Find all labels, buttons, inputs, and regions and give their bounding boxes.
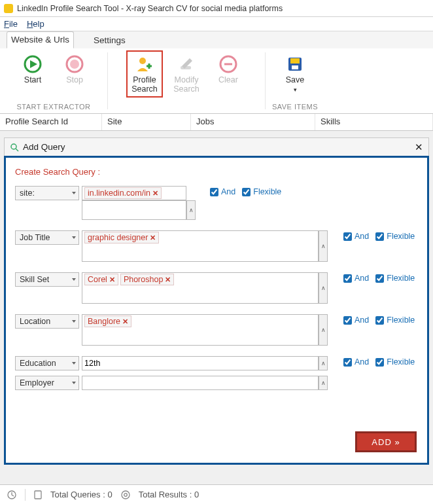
svg-rect-17 xyxy=(35,491,41,499)
education-flexible-checkbox[interactable]: Flexible xyxy=(375,357,415,367)
chip-remove-icon[interactable]: ✕ xyxy=(152,189,158,198)
history-icon xyxy=(7,490,17,500)
site-dropdown[interactable]: site: xyxy=(15,186,79,200)
education-dropdown[interactable]: Education xyxy=(15,356,79,370)
status-queries: Total Queries : 0 xyxy=(50,490,113,499)
dialog-titlebar: Add Query ✕ xyxy=(4,137,429,156)
save-button[interactable]: Save▾ xyxy=(280,54,310,94)
stop-icon xyxy=(64,54,85,75)
employer-input[interactable] xyxy=(84,377,316,389)
chip-remove-icon[interactable]: ✕ xyxy=(109,276,115,284)
tab-website-urls[interactable]: Website & Urls xyxy=(7,31,74,48)
employer-spinner[interactable]: ∧ xyxy=(319,376,328,390)
skill-chip-1[interactable]: Corel✕ xyxy=(84,274,118,285)
chip-remove-icon[interactable]: ✕ xyxy=(165,276,171,284)
jobtitle-chipbox[interactable]: graphic designer✕ xyxy=(82,230,319,262)
svg-point-19 xyxy=(124,493,127,496)
education-spinner[interactable]: ∧ xyxy=(319,356,328,370)
svg-rect-13 xyxy=(292,65,298,69)
profile-search-button[interactable]: Profile Search xyxy=(130,54,160,94)
location-spinner[interactable]: ∧ xyxy=(319,314,328,346)
stop-label: Stop xyxy=(66,76,83,85)
svg-point-18 xyxy=(122,491,130,499)
at-icon xyxy=(120,490,131,500)
jobtitle-flexible-checkbox[interactable]: Flexible xyxy=(375,232,415,241)
start-label: Start xyxy=(24,76,41,85)
window-title: LinkedIn Profile Search Tool - X-ray Sea… xyxy=(17,4,283,13)
save-label: Save▾ xyxy=(286,76,305,94)
clear-label: Clear xyxy=(218,76,238,85)
titlebar: LinkedIn Profile Search Tool - X-ray Sea… xyxy=(0,0,433,17)
jobtitle-and-checkbox[interactable]: And xyxy=(343,232,369,241)
person-plus-icon xyxy=(134,54,155,75)
search-icon xyxy=(10,143,19,152)
skillset-dropdown[interactable]: Skill Set xyxy=(15,272,79,287)
svg-point-14 xyxy=(11,144,16,149)
app-icon xyxy=(4,4,13,13)
dialog-title: Add Query xyxy=(23,142,65,152)
save-icon xyxy=(285,54,305,75)
svg-rect-12 xyxy=(290,58,300,63)
ribbon-group-save-label: SAVE ITEMS xyxy=(271,102,319,112)
start-button[interactable]: Start xyxy=(18,54,48,85)
play-icon xyxy=(22,54,43,75)
col-jobs[interactable]: Jobs xyxy=(191,114,315,130)
employer-input-box[interactable] xyxy=(82,376,319,390)
jobtitle-chip[interactable]: graphic designer✕ xyxy=(84,232,159,243)
svg-marker-1 xyxy=(30,60,37,68)
site-chipbox[interactable]: in.linkedin.com/in✕ xyxy=(82,186,186,200)
education-input[interactable] xyxy=(84,357,316,369)
stop-button[interactable]: Stop xyxy=(60,54,90,85)
document-icon xyxy=(33,490,43,500)
dialog-legend: Create Search Query : xyxy=(15,167,419,177)
jobtitle-dropdown[interactable]: Job Title xyxy=(15,230,79,245)
skill-chip-2[interactable]: Phoroshop✕ xyxy=(120,274,174,285)
chip-remove-icon[interactable]: ✕ xyxy=(122,317,128,326)
location-flexible-checkbox[interactable]: Flexible xyxy=(375,315,415,325)
education-and-checkbox[interactable]: And xyxy=(343,357,369,367)
location-chipbox[interactable]: Banglore✕ xyxy=(82,314,319,346)
dialog-close-button[interactable]: ✕ xyxy=(415,141,423,153)
col-site[interactable]: Site xyxy=(102,114,191,130)
menu-help[interactable]: Help xyxy=(27,19,44,29)
tab-settings[interactable]: Settings xyxy=(90,33,130,48)
site-flexible-checkbox[interactable]: Flexible xyxy=(242,187,281,196)
svg-point-4 xyxy=(139,58,146,64)
chip-remove-icon[interactable]: ✕ xyxy=(150,234,156,242)
ribbon: Start Stop START EXTRACTOR Profile Searc… xyxy=(0,48,433,114)
education-input-box[interactable] xyxy=(82,356,319,370)
jobtitle-spinner[interactable]: ∧ xyxy=(319,230,328,262)
ribbon-group-start-label: START EXTRACTOR xyxy=(5,102,102,112)
site-spinner[interactable]: ∧ xyxy=(186,200,196,220)
location-dropdown[interactable]: Location xyxy=(15,314,79,329)
skill-and-checkbox[interactable]: And xyxy=(343,274,369,283)
status-results: Total Results : 0 xyxy=(139,490,199,499)
dialog-body: Create Search Query : site: in.linkedin.… xyxy=(4,156,429,465)
svg-point-3 xyxy=(70,60,79,69)
skill-flexible-checkbox[interactable]: Flexible xyxy=(375,274,415,283)
employer-dropdown[interactable]: Employer xyxy=(15,376,79,390)
modify-search-button[interactable]: Modify Search xyxy=(171,54,201,94)
col-skills[interactable]: Skills xyxy=(315,114,433,130)
skillset-spinner[interactable]: ∧ xyxy=(319,272,328,304)
tabstrip: Website & Urls Settings xyxy=(0,31,433,48)
col-profile-search-id[interactable]: Profile Search Id xyxy=(0,114,102,130)
add-button[interactable]: ADD » xyxy=(355,431,417,452)
site-chip[interactable]: in.linkedin.com/in✕ xyxy=(84,187,162,199)
site-and-checkbox[interactable]: And xyxy=(210,187,235,196)
modify-search-label: Modify Search xyxy=(173,76,199,94)
location-and-checkbox[interactable]: And xyxy=(343,315,369,325)
clear-button[interactable]: Clear xyxy=(213,54,243,85)
svg-line-15 xyxy=(16,149,18,151)
site-extra-box[interactable] xyxy=(82,200,186,220)
profile-search-label: Profile Search xyxy=(131,76,158,94)
pencil-icon xyxy=(176,54,197,75)
skillset-chipbox[interactable]: Corel✕ Phoroshop✕ xyxy=(82,272,319,304)
menu-file[interactable]: File xyxy=(4,19,18,29)
location-chip[interactable]: Banglore✕ xyxy=(84,315,131,327)
grid-header: Profile Search Id Site Jobs Skills xyxy=(0,114,433,131)
menubar: File Help xyxy=(0,17,433,31)
minus-circle-icon xyxy=(218,54,239,75)
statusbar: Total Queries : 0 Total Results : 0 xyxy=(0,484,433,504)
